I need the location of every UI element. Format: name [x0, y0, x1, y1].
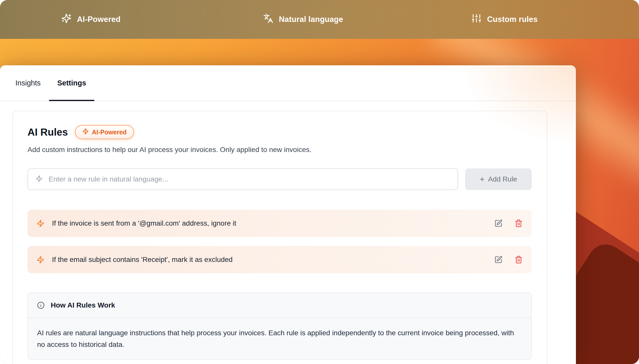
trash-icon[interactable] — [515, 219, 523, 227]
banner-label: AI-Powered — [77, 15, 121, 24]
add-rule-button[interactable]: + Add Rule — [465, 168, 532, 190]
info-body: AI rules are natural language instructio… — [28, 318, 531, 359]
rule-actions — [494, 219, 523, 227]
edit-icon[interactable] — [494, 219, 502, 227]
new-rule-input-wrap — [28, 168, 458, 190]
zap-icon — [82, 128, 89, 136]
tab-bar: Insights Settings — [0, 65, 576, 101]
languages-icon — [263, 13, 273, 25]
tab-settings[interactable]: Settings — [49, 65, 94, 101]
add-rule-label: Add Rule — [488, 175, 517, 183]
app-window: Insights Settings AI Rules AI-Powered A — [0, 65, 576, 364]
ai-powered-badge: AI-Powered — [75, 125, 134, 139]
plus-icon: + — [480, 175, 485, 183]
how-rules-work-box: How AI Rules Work AI rules are natural l… — [28, 292, 532, 360]
rule-row: If the email subject contains 'Receipt',… — [28, 246, 532, 273]
tab-insights-label: Insights — [15, 79, 41, 87]
banner-label: Custom rules — [487, 15, 538, 24]
sliders-icon — [471, 13, 482, 25]
description: Add custom instructions to help our AI p… — [28, 146, 532, 154]
new-rule-input[interactable] — [48, 175, 450, 184]
feature-banner: AI-Powered Natural language Custom rul — [0, 0, 639, 39]
screen: AI-Powered Natural language Custom rul — [0, 0, 639, 364]
info-header: How AI Rules Work — [28, 293, 531, 318]
sparkles-icon — [61, 13, 71, 25]
rules-list: If the invoice is sent from a '@gmail.co… — [28, 210, 532, 273]
info-title: How AI Rules Work — [51, 301, 115, 309]
banner-item-ai-powered: AI-Powered — [61, 0, 121, 39]
zap-icon — [37, 256, 44, 264]
banner-item-custom-rules: Custom rules — [471, 0, 538, 39]
rule-row: If the invoice is sent from a '@gmail.co… — [28, 210, 532, 237]
zap-icon — [36, 175, 43, 183]
banner-label: Natural language — [279, 15, 343, 24]
rule-actions — [494, 256, 523, 264]
edit-icon[interactable] — [494, 256, 502, 264]
rule-text: If the email subject contains 'Receipt',… — [52, 256, 494, 264]
zap-icon — [37, 220, 44, 227]
tab-insights[interactable]: Insights — [7, 65, 49, 101]
banner-item-natural-language: Natural language — [263, 0, 343, 39]
title-row: AI Rules AI-Powered — [28, 125, 532, 139]
trash-icon[interactable] — [515, 256, 523, 264]
rule-text: If the invoice is sent from a '@gmail.co… — [52, 219, 494, 227]
info-icon — [37, 301, 45, 309]
badge-label: AI-Powered — [92, 129, 127, 136]
tab-settings-label: Settings — [57, 79, 86, 87]
page-title: AI Rules — [28, 127, 68, 138]
ai-rules-card: AI Rules AI-Powered Add custom instructi… — [12, 111, 547, 364]
new-rule-row: + Add Rule — [28, 168, 532, 190]
